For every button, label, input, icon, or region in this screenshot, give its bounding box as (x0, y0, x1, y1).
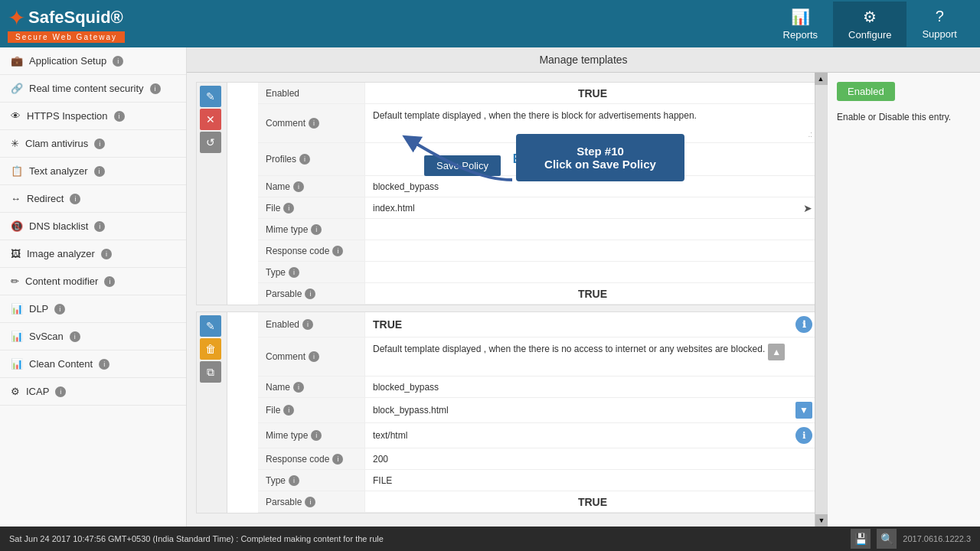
template-list-wrap: ▲ ✎ ✕ ↺ Enabled (187, 73, 827, 527)
profiles-info-icon[interactable]: i (299, 154, 310, 165)
name-info-icon-2[interactable]: i (293, 382, 304, 393)
name-info-icon-1[interactable]: i (293, 181, 304, 192)
file-value-1: index.html ➤ (365, 197, 820, 218)
template-1-delete-button[interactable]: ✕ (200, 109, 221, 130)
template-1-edit-button[interactable]: ✎ (200, 86, 221, 107)
info-icon-1[interactable]: i (150, 83, 161, 94)
template-2-edit-button[interactable]: ✎ (200, 315, 221, 337)
sidebar-item-svscan[interactable]: 📊 SvScan i (0, 323, 186, 350)
template-2-comment-row: Comment i Default template displayed , w… (258, 337, 820, 377)
template-2-copy-button[interactable]: ⧉ (200, 361, 221, 383)
profiles-label: Profiles i (258, 143, 365, 175)
template-1-response-row: Response code i (258, 240, 820, 262)
nav-reports[interactable]: 📊 Reports (768, 2, 834, 47)
comment-label-2: Comment i (258, 337, 365, 376)
info-icon-11[interactable]: i (99, 359, 109, 370)
info-icon-6[interactable]: i (94, 221, 105, 232)
parsable-info-icon-1[interactable]: i (305, 289, 315, 299)
sidebar-item-clam[interactable]: ✳ Clam antivirus i (0, 130, 186, 158)
file-dropdown-icon-2[interactable]: ▼ (795, 402, 812, 419)
send-icon-1[interactable]: ➤ (803, 202, 812, 214)
parsable-label-1: Parsable i (258, 283, 365, 304)
enabled-toggle-icon-2[interactable]: ℹ (795, 316, 812, 333)
info-icon-8[interactable]: i (104, 276, 115, 287)
sidebar-label-https: HTTPS Inspection (27, 110, 108, 122)
enabled-value: TRUE (365, 83, 820, 103)
mime-label-1: Mime type i (258, 219, 365, 240)
info-icon-10[interactable]: i (70, 331, 80, 342)
sidebar-item-dns[interactable]: 📵 DNS blacklist i (0, 213, 186, 240)
scroll-up-button[interactable]: ▲ (815, 73, 827, 85)
sidebar-item-application-setup[interactable]: 💼 Application Setup i (0, 47, 186, 75)
page-title: Manage templates (539, 54, 627, 66)
mime-info-btn-2[interactable]: ℹ (795, 427, 812, 444)
info-icon-4[interactable]: i (94, 166, 105, 177)
file-value-2: block_bypass.html ▼ (365, 398, 820, 422)
template-1-enabled-row: Enabled TRUE (258, 83, 820, 104)
sidebar-item-text-analyzer[interactable]: 📋 Text analyzer i (0, 158, 186, 185)
reports-icon: 📊 (791, 8, 810, 26)
file-info-icon-2[interactable]: i (283, 405, 294, 416)
status-bar: Sat Jun 24 2017 10:47:56 GMT+0530 (India… (0, 527, 980, 551)
file-info-icon-1[interactable]: i (283, 203, 294, 214)
template-entry-1: ✎ ✕ ↺ Enabled TRUE (196, 82, 821, 305)
sidebar-item-dlp[interactable]: 📊 DLP i (0, 295, 186, 323)
save-icon[interactable]: 💾 (851, 529, 871, 549)
info-icon-7[interactable]: i (101, 249, 112, 259)
info-icon-3[interactable]: i (94, 139, 105, 149)
sidebar-label-dlp: DLP (29, 303, 48, 315)
enabled-info-icon-2[interactable]: i (302, 319, 313, 330)
nav-configure[interactable]: ⚙ Configure (833, 2, 906, 47)
sidebar-item-redirect[interactable]: ↔ Redirect i (0, 185, 186, 213)
search-status-icon[interactable]: 🔍 (877, 529, 897, 549)
edit-icon: ✏ (11, 276, 19, 287)
nav-configure-label: Configure (848, 29, 891, 41)
name-label-2: Name i (258, 377, 365, 397)
response-info-icon-2[interactable]: i (332, 454, 343, 465)
mime-info-icon-2[interactable]: i (311, 430, 322, 441)
support-icon: ? (936, 8, 944, 25)
info-icon-12[interactable]: i (55, 386, 66, 397)
sidebar-item-icap[interactable]: ⚙ ICAP i (0, 378, 186, 406)
mime-info-icon-1[interactable]: i (311, 224, 322, 235)
scroll-track (815, 85, 827, 514)
parsable-info-icon-2[interactable]: i (305, 497, 315, 507)
sidebar-label-svscan: SvScan (29, 331, 64, 342)
nav-support-label: Support (922, 28, 957, 40)
outer-scroll-down[interactable]: ▼ (815, 514, 827, 527)
template-2-delete-button[interactable]: 🗑 (200, 338, 221, 360)
type-info-icon-2[interactable]: i (289, 475, 299, 486)
svscan-icon: 📊 (11, 331, 23, 342)
template-1-parsable-row: Parsable i TRUE (258, 283, 820, 305)
info-icon-2[interactable]: i (114, 111, 125, 122)
sidebar-item-content-modifier[interactable]: ✏ Content modifier i (0, 268, 186, 295)
sidebar-item-clean-content[interactable]: 📊 Clean Content i (0, 350, 186, 378)
info-icon-9[interactable]: i (54, 304, 65, 315)
logo-icon: ✦ (8, 5, 25, 31)
sidebar-item-https[interactable]: 👁 HTTPS Inspection i (0, 103, 186, 130)
comment-info-icon-2[interactable]: i (309, 351, 319, 362)
type-info-icon-1[interactable]: i (289, 267, 299, 278)
sidebar-label-clam: Clam antivirus (25, 138, 88, 149)
save-policy-button[interactable]: Save Policy (424, 155, 501, 176)
sidebar-label-image: Image analyzer (27, 248, 95, 259)
template-1-reset-button[interactable]: ↺ (200, 132, 221, 153)
comment-scroll-up-2[interactable]: ▲ (768, 344, 785, 360)
template-2-actions: ✎ 🗑 ⧉ (197, 312, 227, 513)
info-icon-0[interactable]: i (113, 56, 123, 67)
template-1-actions: ✎ ✕ ↺ (197, 83, 227, 305)
sidebar-item-real-time[interactable]: 🔗 Real time content security i (0, 75, 186, 103)
type-value-1 (365, 262, 820, 282)
sidebar-item-image[interactable]: 🖼 Image analyzer i (0, 240, 186, 268)
comment-info-icon-1[interactable]: i (309, 118, 319, 129)
parsable-value-1: TRUE (365, 283, 820, 304)
callout-tooltip: Step #10 Click on Save Policy (516, 134, 684, 181)
callout-action: Click on Save Policy (531, 158, 669, 171)
info-icon-5[interactable]: i (70, 194, 80, 204)
nav-reports-label: Reports (783, 29, 818, 41)
nav-support[interactable]: ? Support (906, 2, 972, 46)
response-info-icon-1[interactable]: i (332, 246, 343, 256)
redirect-icon: ↔ (11, 193, 21, 204)
status-message: Sat Jun 24 2017 10:47:56 GMT+0530 (India… (9, 534, 384, 543)
response-label-2: Response code i (258, 448, 365, 469)
